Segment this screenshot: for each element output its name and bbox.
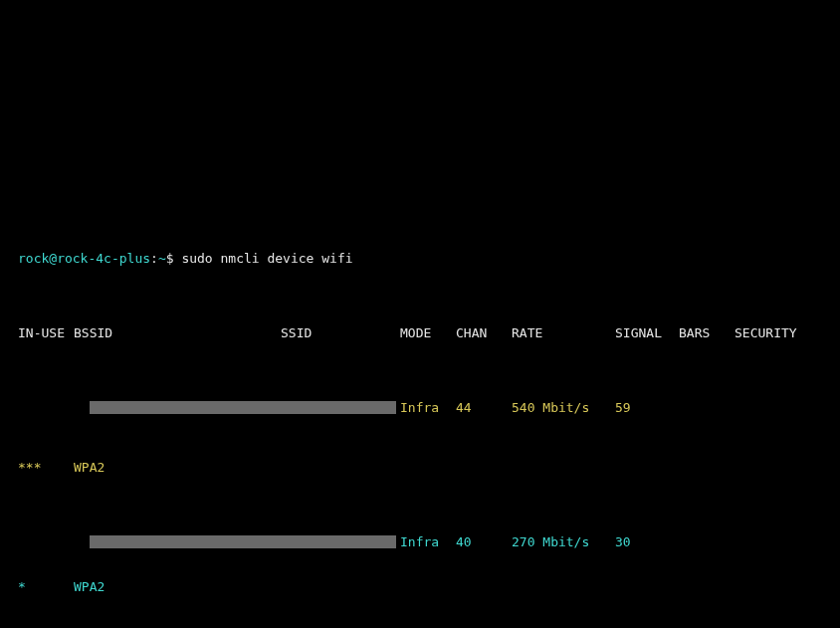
redaction-bssid-ssid xyxy=(90,535,396,548)
wifi-row-wrap: * WPA2 xyxy=(18,579,824,594)
col-mode: MODE xyxy=(400,325,431,340)
col-signal: SIGNAL xyxy=(615,325,662,340)
terminal-output: rock@rock-4c-plus:~$ sudo nmcli device w… xyxy=(18,191,824,628)
wifi-row: Infra 40 270 Mbit/s 30 xyxy=(18,534,824,549)
redaction-bssid-ssid xyxy=(90,401,396,414)
wifi-header: IN-USE BSSID SSID MODE CHAN RATE SIGNAL … xyxy=(18,325,824,340)
col-rate: RATE xyxy=(512,325,542,340)
col-bars: BARS xyxy=(679,325,710,340)
col-bssid: BSSID xyxy=(74,325,112,340)
prompt-line-1: rock@rock-4c-plus:~$ sudo nmcli device w… xyxy=(18,251,824,266)
col-ssid: SSID xyxy=(281,325,312,340)
col-chan: CHAN xyxy=(456,325,487,340)
wifi-row: Infra 44 540 Mbit/s 59 xyxy=(18,400,824,415)
col-in-use: IN-USE xyxy=(18,325,65,340)
col-security: SECURITY xyxy=(735,325,797,340)
wifi-row-wrap: *** WPA2 xyxy=(18,460,824,475)
